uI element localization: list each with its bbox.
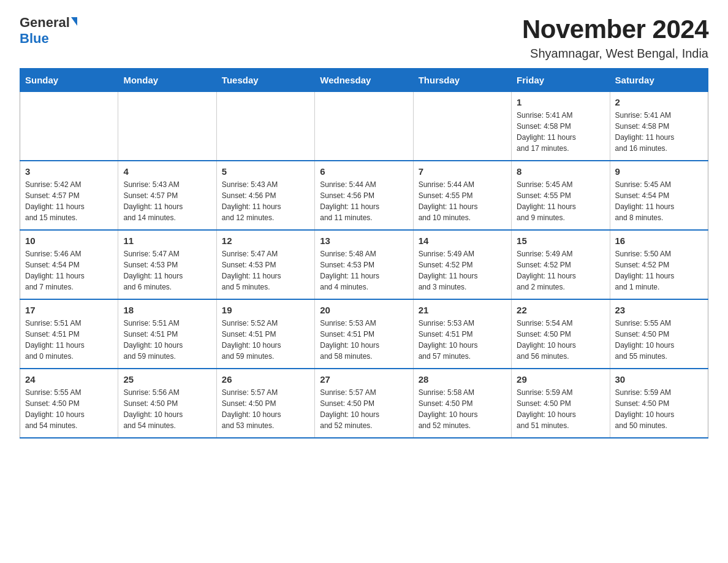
day-info: Sunrise: 5:54 AM Sunset: 4:50 PM Dayligh…: [517, 318, 604, 362]
day-number: 1: [517, 97, 604, 107]
day-number: 19: [222, 305, 309, 315]
weekday-header-row: SundayMondayTuesdayWednesdayThursdayFrid…: [20, 69, 708, 92]
day-info: Sunrise: 5:53 AM Sunset: 4:51 PM Dayligh…: [419, 318, 506, 362]
day-number: 20: [320, 305, 408, 315]
day-info: Sunrise: 5:57 AM Sunset: 4:50 PM Dayligh…: [320, 387, 408, 431]
logo: General Blue: [20, 15, 77, 47]
calendar-cell: 21Sunrise: 5:53 AM Sunset: 4:51 PM Dayli…: [413, 299, 511, 369]
day-info: Sunrise: 5:44 AM Sunset: 4:56 PM Dayligh…: [320, 179, 408, 223]
calendar-cell: 12Sunrise: 5:47 AM Sunset: 4:53 PM Dayli…: [216, 230, 314, 299]
day-number: 26: [222, 374, 309, 385]
calendar-cell: 11Sunrise: 5:47 AM Sunset: 4:53 PM Dayli…: [118, 230, 216, 299]
calendar-cell: 19Sunrise: 5:52 AM Sunset: 4:51 PM Dayli…: [216, 299, 314, 369]
calendar-week-row: 3Sunrise: 5:42 AM Sunset: 4:57 PM Daylig…: [20, 161, 708, 230]
day-info: Sunrise: 5:51 AM Sunset: 4:51 PM Dayligh…: [25, 318, 113, 362]
calendar-cell: 4Sunrise: 5:43 AM Sunset: 4:57 PM Daylig…: [118, 161, 216, 230]
weekday-header-friday: Friday: [512, 69, 610, 92]
day-info: Sunrise: 5:41 AM Sunset: 4:58 PM Dayligh…: [615, 110, 703, 154]
day-info: Sunrise: 5:45 AM Sunset: 4:55 PM Dayligh…: [517, 179, 604, 223]
day-number: 5: [222, 166, 309, 177]
calendar-table: SundayMondayTuesdayWednesdayThursdayFrid…: [20, 68, 708, 439]
day-number: 6: [320, 166, 408, 177]
calendar-cell: [20, 92, 118, 161]
day-info: Sunrise: 5:51 AM Sunset: 4:51 PM Dayligh…: [123, 318, 211, 362]
calendar-cell: [413, 92, 511, 161]
calendar-cell: 13Sunrise: 5:48 AM Sunset: 4:53 PM Dayli…: [315, 230, 413, 299]
day-number: 25: [123, 374, 211, 385]
day-number: 12: [222, 236, 309, 246]
day-info: Sunrise: 5:43 AM Sunset: 4:56 PM Dayligh…: [222, 179, 309, 223]
page-header: General Blue November 2024 Shyamnagar, W…: [20, 15, 708, 61]
calendar-week-row: 1Sunrise: 5:41 AM Sunset: 4:58 PM Daylig…: [20, 92, 708, 161]
calendar-header: SundayMondayTuesdayWednesdayThursdayFrid…: [20, 69, 708, 92]
calendar-cell: 3Sunrise: 5:42 AM Sunset: 4:57 PM Daylig…: [20, 161, 118, 230]
calendar-body: 1Sunrise: 5:41 AM Sunset: 4:58 PM Daylig…: [20, 92, 708, 439]
day-info: Sunrise: 5:56 AM Sunset: 4:50 PM Dayligh…: [123, 387, 211, 431]
calendar-cell: 20Sunrise: 5:53 AM Sunset: 4:51 PM Dayli…: [315, 299, 413, 369]
calendar-cell: 2Sunrise: 5:41 AM Sunset: 4:58 PM Daylig…: [610, 92, 708, 161]
day-number: 21: [419, 305, 506, 315]
logo-triangle-icon: [71, 17, 77, 26]
day-number: 3: [25, 166, 113, 177]
weekday-header-monday: Monday: [118, 69, 216, 92]
day-info: Sunrise: 5:47 AM Sunset: 4:53 PM Dayligh…: [222, 248, 309, 293]
calendar-cell: 9Sunrise: 5:45 AM Sunset: 4:54 PM Daylig…: [610, 161, 708, 230]
calendar-cell: 27Sunrise: 5:57 AM Sunset: 4:50 PM Dayli…: [315, 369, 413, 438]
day-number: 9: [615, 166, 703, 177]
calendar-cell: 16Sunrise: 5:50 AM Sunset: 4:52 PM Dayli…: [610, 230, 708, 299]
calendar-cell: 5Sunrise: 5:43 AM Sunset: 4:56 PM Daylig…: [216, 161, 314, 230]
day-number: 16: [615, 236, 703, 246]
day-number: 30: [615, 374, 703, 385]
calendar-cell: 25Sunrise: 5:56 AM Sunset: 4:50 PM Dayli…: [118, 369, 216, 438]
day-number: 28: [419, 374, 506, 385]
day-number: 14: [419, 236, 506, 246]
page-title: November 2024: [522, 15, 708, 44]
day-info: Sunrise: 5:57 AM Sunset: 4:50 PM Dayligh…: [222, 387, 309, 431]
day-info: Sunrise: 5:46 AM Sunset: 4:54 PM Dayligh…: [25, 248, 113, 293]
day-number: 15: [517, 236, 604, 246]
day-info: Sunrise: 5:58 AM Sunset: 4:50 PM Dayligh…: [419, 387, 506, 431]
page-subtitle: Shyamnagar, West Bengal, India: [522, 47, 708, 61]
day-number: 29: [517, 374, 604, 385]
calendar-cell: 10Sunrise: 5:46 AM Sunset: 4:54 PM Dayli…: [20, 230, 118, 299]
day-number: 8: [517, 166, 604, 177]
calendar-cell: 15Sunrise: 5:49 AM Sunset: 4:52 PM Dayli…: [512, 230, 610, 299]
day-number: 4: [123, 166, 211, 177]
day-info: Sunrise: 5:52 AM Sunset: 4:51 PM Dayligh…: [222, 318, 309, 362]
day-info: Sunrise: 5:55 AM Sunset: 4:50 PM Dayligh…: [615, 318, 703, 362]
day-number: 11: [123, 236, 211, 246]
calendar-cell: [118, 92, 216, 161]
day-number: 27: [320, 374, 408, 385]
day-info: Sunrise: 5:48 AM Sunset: 4:53 PM Dayligh…: [320, 248, 408, 293]
calendar-cell: 29Sunrise: 5:59 AM Sunset: 4:50 PM Dayli…: [512, 369, 610, 438]
weekday-header-sunday: Sunday: [20, 69, 118, 92]
day-info: Sunrise: 5:50 AM Sunset: 4:52 PM Dayligh…: [615, 248, 703, 293]
calendar-cell: 24Sunrise: 5:55 AM Sunset: 4:50 PM Dayli…: [20, 369, 118, 438]
calendar-cell: [216, 92, 314, 161]
calendar-cell: 26Sunrise: 5:57 AM Sunset: 4:50 PM Dayli…: [216, 369, 314, 438]
day-number: 18: [123, 305, 211, 315]
day-number: 7: [419, 166, 506, 177]
calendar-cell: 30Sunrise: 5:59 AM Sunset: 4:50 PM Dayli…: [610, 369, 708, 438]
logo-text-general: General: [20, 15, 70, 31]
day-info: Sunrise: 5:43 AM Sunset: 4:57 PM Dayligh…: [123, 179, 211, 223]
day-number: 17: [25, 305, 113, 315]
calendar-cell: 8Sunrise: 5:45 AM Sunset: 4:55 PM Daylig…: [512, 161, 610, 230]
calendar-cell: 28Sunrise: 5:58 AM Sunset: 4:50 PM Dayli…: [413, 369, 511, 438]
weekday-header-saturday: Saturday: [610, 69, 708, 92]
day-number: 24: [25, 374, 113, 385]
calendar-week-row: 10Sunrise: 5:46 AM Sunset: 4:54 PM Dayli…: [20, 230, 708, 299]
day-info: Sunrise: 5:42 AM Sunset: 4:57 PM Dayligh…: [25, 179, 113, 223]
calendar-cell: 6Sunrise: 5:44 AM Sunset: 4:56 PM Daylig…: [315, 161, 413, 230]
calendar-cell: [315, 92, 413, 161]
day-info: Sunrise: 5:49 AM Sunset: 4:52 PM Dayligh…: [517, 248, 604, 293]
day-number: 23: [615, 305, 703, 315]
day-info: Sunrise: 5:47 AM Sunset: 4:53 PM Dayligh…: [123, 248, 211, 293]
day-number: 2: [615, 97, 703, 107]
weekday-header-thursday: Thursday: [413, 69, 511, 92]
day-info: Sunrise: 5:41 AM Sunset: 4:58 PM Dayligh…: [517, 110, 604, 154]
calendar-cell: 7Sunrise: 5:44 AM Sunset: 4:55 PM Daylig…: [413, 161, 511, 230]
weekday-header-wednesday: Wednesday: [315, 69, 413, 92]
day-info: Sunrise: 5:44 AM Sunset: 4:55 PM Dayligh…: [419, 179, 506, 223]
day-info: Sunrise: 5:45 AM Sunset: 4:54 PM Dayligh…: [615, 179, 703, 223]
